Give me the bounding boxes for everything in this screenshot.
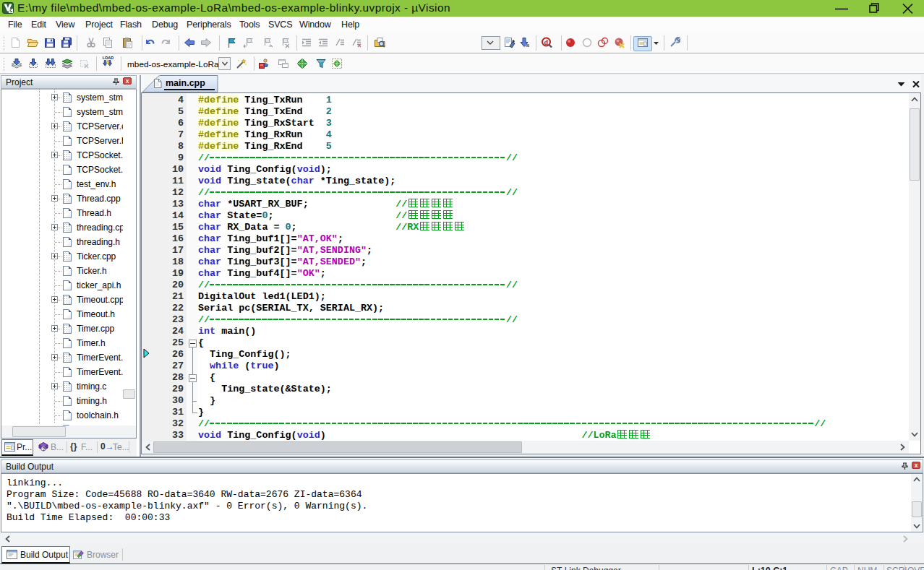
svg-text:LOAD: LOAD	[103, 56, 114, 60]
svg-text:d: d	[544, 38, 549, 46]
svg-text:?: ?	[42, 446, 46, 452]
